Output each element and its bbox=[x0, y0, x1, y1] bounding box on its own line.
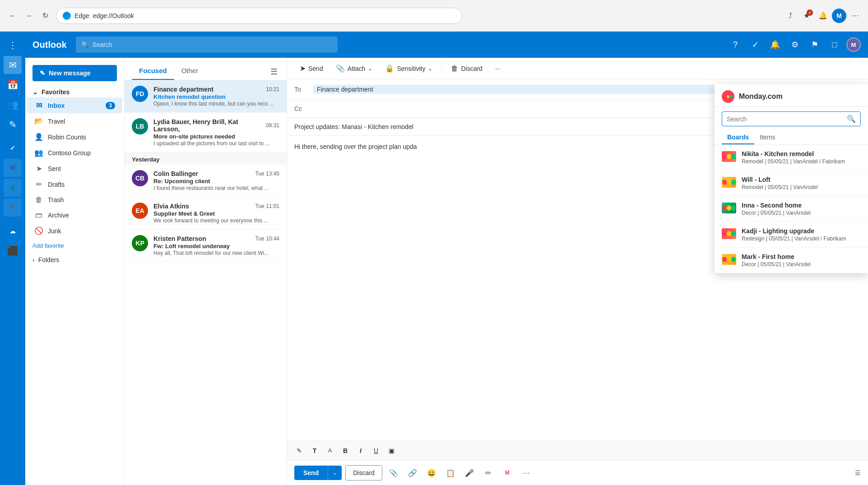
header-settings-button[interactable]: ⚙ bbox=[787, 37, 803, 53]
share-button[interactable]: ⤴ bbox=[783, 9, 798, 23]
sidebar-item-robin-counts[interactable]: 👤 Robin Counts bbox=[27, 129, 122, 145]
new-message-button[interactable]: ✎ New message bbox=[32, 65, 117, 81]
send-dropdown-button[interactable]: ⌄ bbox=[328, 466, 342, 480]
signature-button[interactable]: 📋 bbox=[443, 465, 458, 480]
forward-button[interactable]: → bbox=[22, 9, 36, 23]
more-toolbar-button[interactable]: ··· bbox=[490, 62, 506, 75]
mail-preview: I uploaded all the pictures from our las… bbox=[153, 140, 279, 147]
filter-button[interactable]: ☰ bbox=[269, 65, 279, 79]
sidebar-item-contoso[interactable]: 👥 Contoso Group bbox=[27, 145, 122, 161]
mail-item[interactable]: FD Finance department 10:21 Kitchen remo… bbox=[125, 80, 287, 113]
font-size-button[interactable]: A bbox=[323, 444, 337, 457]
monday-list-item[interactable]: Will - Loft Remodel | 05/05/21 | VanArsd… bbox=[715, 171, 868, 196]
new-message-label: New message bbox=[49, 69, 91, 77]
sidebar-item-drafts[interactable]: ✏ Drafts bbox=[27, 176, 122, 192]
more-footer-button[interactable]: ⋯ bbox=[519, 465, 534, 480]
mic-button[interactable]: 🎤 bbox=[462, 465, 477, 480]
sidebar-item-sent[interactable]: ➤ Sent bbox=[27, 161, 122, 176]
header-feedback-button[interactable]: □ bbox=[826, 37, 843, 53]
monday-list-item[interactable]: Inna - Second home Decor | 05/05/21 | Va… bbox=[715, 196, 868, 222]
tasks-icon-button[interactable]: ✎ bbox=[4, 115, 22, 134]
mail-time: 10:21 bbox=[266, 86, 279, 92]
inbox-icon: ✉ bbox=[34, 101, 43, 110]
text-format-button[interactable]: T bbox=[308, 444, 321, 457]
format-options-button[interactable]: ☰ bbox=[855, 469, 861, 476]
mail-item[interactable]: CB Colin Ballinger Tue 13:45 Re: Upcomin… bbox=[125, 165, 287, 197]
mail-preview: Ojasvi, I know this last minute, but can… bbox=[153, 101, 279, 107]
svg-point-7 bbox=[727, 180, 731, 185]
outlook-header: Outlook 🔍 Search ? ✓ 🔔 ⚙ ⚑ □ M bbox=[25, 32, 868, 58]
compose-toolbar: ➤ Send 📎 Attach ⌄ 🔒 Sensitivity ⌄ bbox=[287, 58, 868, 79]
monday-list-item[interactable]: Kadji - Lighting upgrade Redesign | 05/0… bbox=[715, 222, 868, 248]
svg-point-0 bbox=[724, 95, 726, 98]
link-button[interactable]: 🔗 bbox=[405, 465, 420, 480]
monday-tab-items[interactable]: Items bbox=[754, 131, 780, 144]
monday-tab-boards[interactable]: Boards bbox=[722, 131, 754, 144]
sensitivity-toolbar-button[interactable]: 🔒 Sensitivity ⌄ bbox=[380, 61, 438, 75]
monday-button[interactable]: M bbox=[500, 465, 515, 480]
underline-button[interactable]: U bbox=[369, 444, 383, 457]
calendar-icon-button[interactable]: 📅 bbox=[4, 76, 22, 94]
add-favorite-link[interactable]: Add favorite bbox=[25, 239, 124, 253]
refresh-button[interactable]: ↻ bbox=[38, 9, 52, 23]
header-flag-button[interactable]: ⚑ bbox=[807, 37, 823, 53]
mail-item[interactable]: LB Lydia Bauer, Henry Brill, Kat Larsson… bbox=[125, 113, 287, 152]
align-button[interactable]: ▣ bbox=[385, 444, 398, 457]
header-user-avatar[interactable]: M bbox=[846, 37, 861, 52]
mail-item[interactable]: EA Elvia Atkins Tue 11:01 Supplier Meet … bbox=[125, 197, 287, 230]
notifications-button[interactable]: 🔔 bbox=[816, 9, 830, 23]
italic-button[interactable]: I bbox=[354, 444, 367, 457]
word-icon-button[interactable]: W bbox=[4, 159, 22, 177]
mail-item[interactable]: KP Kristen Patterson Tue 10:44 Fw: Loft … bbox=[125, 230, 287, 262]
sidebar-item-junk[interactable]: 🚫 Junk bbox=[27, 223, 122, 239]
tab-focused[interactable]: Focused bbox=[132, 63, 174, 80]
discard-toolbar-button[interactable]: 🗑 Discard bbox=[446, 62, 487, 75]
mail-preview: Hey all, That loft remodel for our new c… bbox=[153, 250, 279, 256]
sidebar-item-trash[interactable]: 🗑 Trash bbox=[27, 192, 122, 208]
search-bar[interactable]: 🔍 Search bbox=[76, 37, 338, 53]
mail-subject: Re: Upcoming client bbox=[153, 178, 279, 185]
sidebar-item-inbox[interactable]: ✉ Inbox 3 bbox=[27, 97, 122, 113]
monday-list-item[interactable]: Mark - First home Decor | 05/05/21 | Van… bbox=[715, 248, 868, 273]
monday-search[interactable]: 🔍 bbox=[722, 111, 861, 126]
address-bar[interactable]: Edge edge://Outlook bbox=[56, 8, 462, 24]
monday-item-subtitle: Decor | 05/05/21 | VanArsdel bbox=[742, 261, 861, 268]
monday-item-subtitle: Remodel | 05/05/21 | VanArsdel / Fabrika… bbox=[742, 158, 861, 165]
discard-button[interactable]: Discard bbox=[345, 465, 382, 480]
people-icon-button[interactable]: 👥 bbox=[4, 96, 22, 114]
sidebar-item-folders[interactable]: › Folders bbox=[25, 253, 124, 267]
send-toolbar-button[interactable]: ➤ Send bbox=[294, 61, 329, 75]
bold-button[interactable]: B bbox=[339, 444, 352, 457]
help-button[interactable]: ? bbox=[727, 37, 743, 53]
emoji-button[interactable]: 😀 bbox=[424, 465, 439, 480]
pencil-button[interactable]: ✎ bbox=[292, 444, 306, 457]
people-icon: 👥 bbox=[7, 99, 19, 110]
dictate-button[interactable]: ✏ bbox=[481, 465, 496, 480]
teams-icon-button[interactable]: ✓ bbox=[4, 139, 22, 157]
back-button[interactable]: ← bbox=[5, 9, 20, 23]
browser-settings-button[interactable]: ⋯ bbox=[848, 9, 863, 23]
browser-user-avatar[interactable]: M bbox=[832, 9, 846, 23]
todo-button[interactable]: ✓ bbox=[747, 37, 763, 53]
attach-toolbar-button[interactable]: 📎 Attach ⌄ bbox=[330, 61, 378, 75]
onedrive-icon-button[interactable]: ☁ bbox=[4, 222, 22, 240]
mail-icon-button[interactable]: ✉ bbox=[4, 56, 22, 74]
send-label: Send bbox=[308, 65, 323, 72]
svg-point-4 bbox=[727, 154, 731, 159]
header-bell-button[interactable]: 🔔 bbox=[767, 37, 783, 53]
apps-icon-button[interactable]: ⬛ bbox=[4, 242, 22, 260]
tab-other[interactable]: Other bbox=[174, 63, 206, 80]
monday-search-input[interactable] bbox=[727, 115, 843, 123]
powerpoint-icon-button[interactable]: P bbox=[4, 199, 22, 217]
collections-button[interactable]: ★ 4 bbox=[799, 9, 814, 23]
send-button[interactable]: Send bbox=[294, 466, 328, 480]
sidebar-item-archive[interactable]: 🗃 Archive bbox=[27, 208, 122, 223]
paperclip-button[interactable]: 📎 bbox=[386, 465, 401, 480]
favorites-header[interactable]: ⌄ Favorites bbox=[25, 87, 124, 97]
monday-list-item[interactable]: Nikita - Kitchen remodel Remodel | 05/05… bbox=[715, 145, 868, 171]
mail-items: FD Finance department 10:21 Kitchen remo… bbox=[125, 80, 287, 485]
excel-icon-button[interactable]: X bbox=[4, 179, 22, 197]
app-grid-button[interactable]: ⋮ bbox=[4, 36, 22, 54]
sidebar-item-travel[interactable]: 📂 Travel bbox=[27, 113, 122, 129]
monday-items-list: Nikita - Kitchen remodel Remodel | 05/05… bbox=[715, 145, 868, 273]
